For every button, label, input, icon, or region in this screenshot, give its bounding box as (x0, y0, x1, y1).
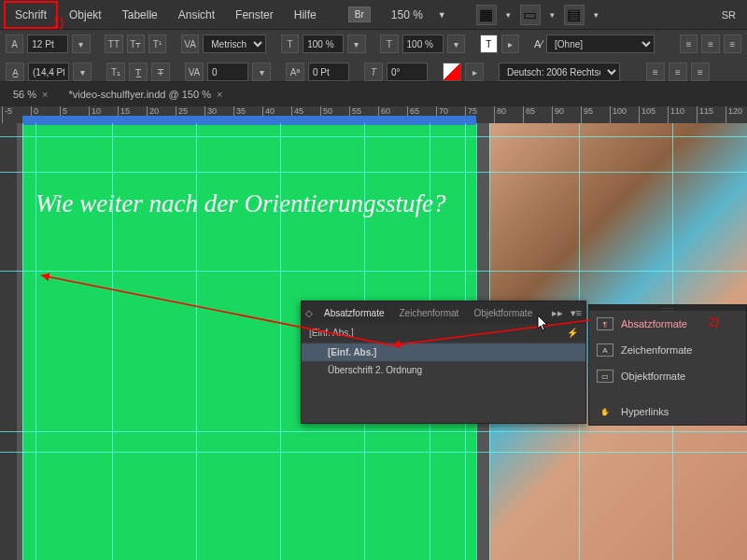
scale-y-icon[interactable]: T (380, 35, 398, 53)
scale-y-input[interactable] (402, 35, 444, 53)
kerning-icon[interactable]: VA (181, 35, 199, 53)
panel-tab-zeichenformat[interactable]: Zeichenformat (391, 304, 466, 322)
tracking-input[interactable] (207, 63, 248, 81)
dropdown-icon[interactable]: ▾ (447, 35, 465, 53)
baseline-input[interactable] (308, 63, 349, 81)
superscript-icon[interactable]: T¹ (148, 35, 166, 53)
align-center-icon[interactable]: ≡ (701, 35, 719, 53)
view-mode-dropdown[interactable]: ▾ (500, 10, 516, 20)
dropdown-icon[interactable]: ▾ (72, 35, 90, 53)
ruler-tick: 115 (697, 106, 713, 123)
skew-input[interactable] (387, 63, 428, 81)
close-icon[interactable]: × (42, 89, 48, 100)
subscript-icon[interactable]: T₁ (106, 63, 125, 81)
bridge-button[interactable]: Br (348, 7, 371, 22)
char-style-select[interactable]: [Ohne] (546, 35, 655, 53)
leading-icon[interactable]: A̲ (6, 63, 24, 81)
side-panel: :::::: ¶ Absatzformate A Zeichenformate … (588, 304, 747, 426)
side-absatzformate[interactable]: ¶ Absatzformate (589, 311, 746, 337)
object-styles-icon: ▭ (597, 370, 613, 383)
document-tabs: 56 % × *video-schulflyer.indd @ 150 % × (0, 82, 747, 106)
ruler-tick: 80 (494, 106, 506, 123)
document-tab[interactable]: *video-schulflyer.indd @ 150 % × (60, 86, 233, 103)
zoom-level[interactable]: 150 % (384, 8, 430, 21)
justify-right-icon[interactable]: ≡ (691, 63, 710, 81)
strikethrough-icon[interactable]: T̶ (151, 63, 170, 81)
side-zeichenformate[interactable]: A Zeichenformate (589, 337, 746, 363)
align-left-icon[interactable]: ≡ (680, 35, 698, 53)
annotation-marker-2: 2) (708, 315, 719, 329)
dropdown-icon[interactable]: ▾ (73, 63, 92, 81)
ruler-tick: 95 (581, 106, 593, 123)
ruler-tick: 100 (610, 106, 627, 123)
view-mode-icon[interactable]: ▦ (476, 5, 497, 25)
language-select[interactable]: Deutsch: 2006 Rechtsch... (499, 63, 620, 81)
menu-schrift[interactable]: Schrift (4, 1, 58, 29)
blue-bar (22, 116, 476, 125)
ruler-tick: 90 (552, 106, 564, 123)
side-objektformate[interactable]: ▭ Objektformate (589, 363, 746, 389)
menu-fenster[interactable]: Fenster (226, 3, 283, 27)
user-label: SR (714, 9, 743, 21)
screen-mode-dropdown[interactable]: ▾ (544, 10, 560, 20)
ruler-tick: 105 (639, 106, 655, 123)
hyperlinks-icon: ✋ (597, 405, 613, 418)
paragraph-styles-icon: ¶ (597, 317, 613, 330)
zoom-tab[interactable]: 56 % × (4, 86, 58, 103)
skew-icon[interactable]: T (364, 63, 383, 81)
main-menubar: Schrift Objekt Tabelle Ansicht Fenster H… (0, 0, 747, 30)
ruler-tick: 120 (726, 106, 742, 123)
ruler-tick: 110 (668, 106, 684, 123)
scale-x-input[interactable] (303, 35, 344, 53)
baseline-icon[interactable]: Aª (286, 63, 304, 81)
vertical-ruler[interactable] (0, 123, 17, 560)
stroke-icon[interactable] (443, 63, 461, 81)
panel-menu-icon[interactable]: ▾≡ (567, 307, 585, 319)
panel-tab-objektformate[interactable]: Objektformate (466, 304, 540, 322)
font-size-input[interactable] (27, 35, 68, 53)
allcaps-icon[interactable]: TT (105, 35, 122, 53)
leading-input[interactable] (28, 63, 69, 81)
dropdown-icon[interactable]: ▾ (252, 63, 271, 81)
smallcaps-icon[interactable]: Tᴛ (127, 35, 145, 53)
arrange-icon[interactable]: ▤ (564, 5, 585, 25)
side-hyperlinks[interactable]: ✋ Hyperlinks (589, 399, 746, 425)
menu-tabelle[interactable]: Tabelle (113, 3, 167, 27)
dropdown-icon[interactable]: ▾ (347, 35, 365, 53)
ruler-tick: 85 (523, 106, 535, 123)
styles-list: [Einf. Abs.] Überschrift 2. Ordnung (302, 342, 585, 381)
kerning-mode-select[interactable]: Metrisch (203, 35, 266, 53)
screen-mode-icon[interactable]: ▭ (520, 5, 541, 25)
close-icon[interactable]: × (217, 89, 222, 100)
arrange-dropdown[interactable]: ▾ (588, 10, 604, 20)
panel-collapse-icon[interactable]: ▸▸ (548, 307, 567, 319)
style-item-einf-abs[interactable]: [Einf. Abs.] (302, 343, 585, 361)
style-item-ueberschrift[interactable]: Überschrift 2. Ordnung (302, 361, 585, 379)
annotation-marker-1: 1) (52, 15, 63, 30)
menu-objekt[interactable]: Objekt (60, 3, 111, 27)
menu-ansicht[interactable]: Ansicht (169, 3, 224, 27)
underline-icon[interactable]: T̲ (129, 63, 148, 81)
ruler-tick: -5 (2, 106, 12, 123)
justify-center-icon[interactable]: ≡ (669, 63, 687, 81)
headline-text[interactable]: Wie weiter nach der Orientierungsstufe? (35, 187, 445, 220)
tracking-icon[interactable]: VA (185, 63, 204, 81)
menu-hilfe[interactable]: Hilfe (285, 3, 326, 27)
char-format-icon[interactable]: A (6, 35, 23, 53)
character-styles-icon: A (597, 343, 613, 357)
control-bar: A ▾ TT Tᴛ T¹ VA Metrisch T ▾ T ▾ T ▸ A⁄ … (0, 30, 747, 82)
fill-icon[interactable]: T (480, 35, 498, 53)
dropdown-icon[interactable]: ▸ (465, 63, 484, 81)
mouse-cursor (537, 315, 550, 332)
zoom-dropdown[interactable]: ▼ (432, 10, 452, 20)
panel-tab-absatzformate[interactable]: Absatzformate (317, 304, 391, 322)
justify-left-icon[interactable]: ≡ (646, 63, 665, 81)
dropdown-icon[interactable]: ▸ (501, 35, 519, 53)
scale-x-icon[interactable]: T (281, 35, 299, 53)
align-right-icon[interactable]: ≡ (724, 35, 741, 53)
